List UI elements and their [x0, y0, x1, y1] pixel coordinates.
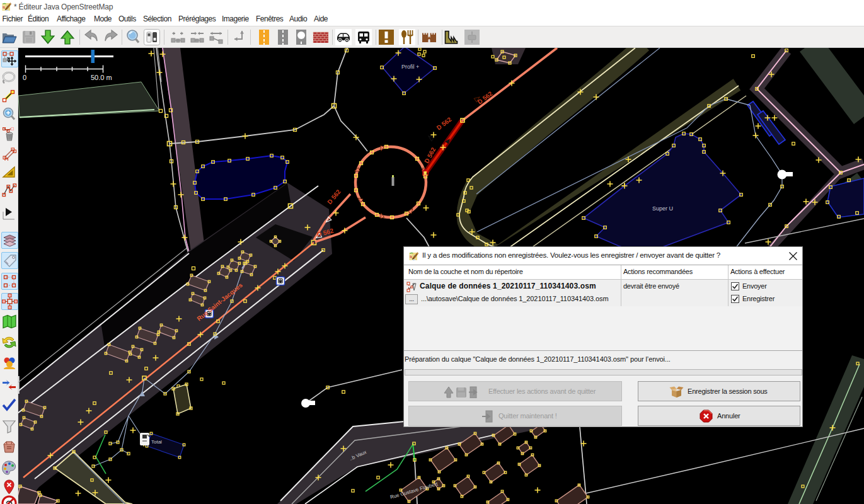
svg-text:Profil +: Profil +: [401, 64, 419, 70]
svg-text:Total: Total: [151, 439, 162, 445]
svg-text:50.0 m: 50.0 m: [91, 74, 112, 81]
svg-text:0: 0: [23, 74, 26, 81]
svg-text:Super U: Super U: [652, 205, 673, 212]
